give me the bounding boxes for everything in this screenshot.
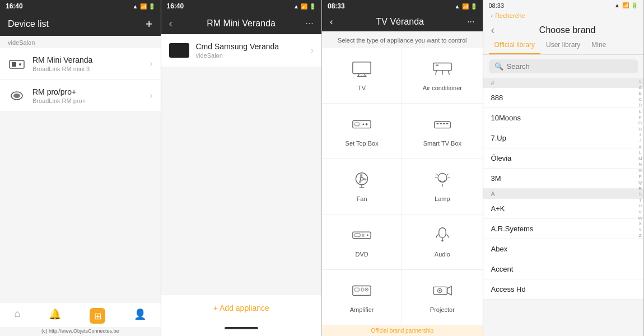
- nav-home[interactable]: ⌂: [10, 307, 25, 325]
- brand-accesshd[interactable]: Access Hd: [483, 279, 644, 300]
- device-list-header: Device list +: [0, 12, 161, 36]
- brand-888[interactable]: 888: [483, 88, 644, 108]
- device-name-rm-mini: RM Mini Veranda: [32, 55, 150, 64]
- stb-label: Set Top Box: [346, 140, 379, 147]
- bell-icon: 🔔: [49, 308, 61, 320]
- chevron-icon-3: ›: [311, 45, 314, 55]
- tab-bar: Official library User library Mine: [483, 36, 644, 55]
- brand-abex[interactable]: Abex: [483, 239, 644, 259]
- add-button[interactable]: +: [146, 17, 153, 31]
- svg-rect-14: [353, 120, 371, 128]
- tv-veranda-header: ‹ TV Véranda ···: [322, 12, 483, 31]
- more-button-2[interactable]: ···: [305, 17, 314, 29]
- add-appliance-label: + Add appliance: [213, 304, 269, 312]
- battery-icon-2: 🔋: [309, 3, 316, 10]
- tab-mine[interactable]: Mine: [586, 36, 612, 54]
- svg-point-4: [13, 94, 20, 98]
- svg-rect-20: [440, 123, 442, 124]
- svg-rect-21: [443, 123, 445, 124]
- svg-point-2: [19, 63, 21, 66]
- choose-brand-header: ‹ Choose brand: [483, 21, 644, 36]
- svg-rect-1: [12, 62, 16, 67]
- tab-official[interactable]: Official library: [489, 36, 540, 54]
- recherche-row: ‹ Recherche: [483, 11, 644, 21]
- status-bar-2: 16:40 ▲ 📶 🔋: [161, 0, 322, 12]
- fan-icon: [352, 171, 372, 192]
- bottom-bar: [225, 327, 258, 329]
- search-box[interactable]: 🔍: [489, 59, 638, 73]
- amplifier-label: Amplifier: [350, 306, 374, 313]
- signal-icon-3: ▲: [455, 3, 460, 10]
- appliance-tv[interactable]: TV: [322, 48, 402, 104]
- appliance-stb[interactable]: Set Top Box: [322, 104, 402, 159]
- back-icon-recherche[interactable]: ‹: [491, 12, 493, 19]
- watermark: (c) http://www.ObjetsConnectes.be: [0, 327, 161, 336]
- dvd-icon: [352, 227, 372, 248]
- appliance-ac[interactable]: Air conditioner: [402, 48, 482, 104]
- projector-label: Projector: [430, 306, 455, 313]
- brand-olevia[interactable]: Ōlevia: [483, 148, 644, 169]
- fan-label: Fan: [357, 195, 367, 202]
- svg-point-45: [366, 289, 367, 290]
- svg-point-40: [441, 239, 444, 241]
- panel-tv-veranda: 08:33 ▲ 📶 🔋 ‹ TV Véranda ··· Select the …: [322, 0, 483, 336]
- svg-point-17: [363, 123, 365, 125]
- official-footer: Official brand partnership: [322, 325, 483, 336]
- appliance-amplifier[interactable]: Amplifier: [322, 270, 402, 325]
- status-bar-1: 16:40 ▲ 📶 🔋: [0, 0, 161, 12]
- status-icons-2: ▲ 📶 🔋: [293, 3, 316, 10]
- appliance-dvd[interactable]: DVD: [322, 214, 402, 270]
- signal-icon-2: ▲: [293, 3, 299, 10]
- nav-person[interactable]: 👤: [129, 307, 151, 325]
- brand-3m[interactable]: 3M: [483, 169, 644, 189]
- smarttv-icon: [432, 116, 452, 137]
- dvd-label: DVD: [356, 251, 368, 258]
- time-2: 16:40: [167, 2, 184, 10]
- device-info-rm-mini: RM Mini Veranda BroadLink RM mini 3: [32, 55, 150, 72]
- nav-bell[interactable]: 🔔: [44, 307, 66, 325]
- brand-accent[interactable]: Accent: [483, 259, 644, 279]
- panel-device-list: 16:40 ▲ 📶 🔋 Device list + videSalon RM M…: [0, 0, 161, 336]
- battery-icon-3: 🔋: [470, 3, 477, 10]
- recherche-label: Recherche: [495, 12, 525, 19]
- device-item-rm-mini[interactable]: RM Mini Veranda BroadLink RM mini 3 ›: [0, 48, 161, 80]
- more-button-3[interactable]: ···: [467, 17, 474, 27]
- appliance-lamp[interactable]: Lamp: [402, 159, 482, 214]
- wifi-icon: 📶: [140, 3, 147, 10]
- cmd-tv-icon: [169, 43, 189, 58]
- stb-icon: [352, 116, 372, 137]
- svg-line-29: [436, 174, 438, 175]
- grid-icon-active: ⊞: [90, 308, 105, 324]
- tv-veranda-title: TV Véranda: [333, 17, 467, 27]
- tab-user[interactable]: User library: [540, 36, 586, 54]
- brand-7up[interactable]: 7.Up: [483, 128, 644, 148]
- appliance-fan[interactable]: Fan: [322, 159, 402, 214]
- appliance-audio[interactable]: Audio: [402, 214, 482, 270]
- status-icons-4: ▲ 📶 🔋: [614, 2, 638, 9]
- appliance-smarttv[interactable]: Smart TV Box: [402, 104, 482, 159]
- nav-grid[interactable]: ⊞: [85, 307, 110, 325]
- cmd-info: Cmd Samsung Veranda videSalon: [196, 42, 311, 59]
- brand-arsyetems[interactable]: A.R.Syetems: [483, 219, 644, 239]
- svg-rect-5: [353, 62, 371, 73]
- svg-point-37: [367, 234, 368, 236]
- panel-rm-mini: 16:40 ▲ 📶 🔋 ‹ RM Mini Veranda ··· Cmd Sa…: [161, 0, 323, 336]
- appliance-projector[interactable]: Projector: [402, 270, 482, 325]
- section-hash: #: [483, 78, 644, 88]
- back-button-4[interactable]: ‹: [491, 24, 495, 36]
- device-item-rm-pro[interactable]: RM pro/pro+ BroadLink RM pro+ ›: [0, 80, 161, 112]
- brand-apk[interactable]: A+K: [483, 199, 644, 219]
- svg-rect-9: [433, 63, 451, 70]
- back-button-2[interactable]: ‹: [169, 17, 173, 30]
- add-appliance-button[interactable]: + Add appliance: [161, 294, 322, 321]
- rm-mini-title: RM Mini Veranda: [177, 18, 305, 29]
- cmd-item[interactable]: Cmd Samsung Veranda videSalon ›: [161, 34, 322, 67]
- device-sub-rm-mini: BroadLink RM mini 3: [32, 66, 150, 72]
- search-input[interactable]: [507, 62, 633, 71]
- brand-10moons[interactable]: 10Moons: [483, 108, 644, 128]
- svg-point-24: [360, 177, 363, 180]
- svg-rect-0: [10, 60, 24, 68]
- svg-point-48: [439, 290, 441, 291]
- person-icon: 👤: [134, 308, 146, 320]
- ac-label: Air conditioner: [423, 85, 462, 91]
